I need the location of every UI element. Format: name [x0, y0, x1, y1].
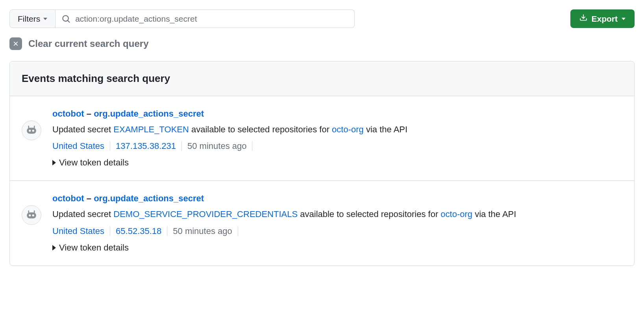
triangle-right-icon: [52, 245, 56, 251]
actor-link[interactable]: octobot: [52, 109, 84, 119]
desc-text: Updated secret: [52, 124, 113, 134]
ip-link[interactable]: 65.52.35.18: [116, 225, 161, 238]
title-separator: –: [84, 109, 94, 119]
export-label: Export: [591, 14, 618, 24]
search-icon: [62, 15, 70, 23]
desc-text: Updated secret: [52, 209, 113, 219]
clear-search-row: Clear current search query: [9, 37, 635, 50]
chevron-down-icon: [43, 18, 47, 20]
event-body: octobot – org.update_actions_secret Upda…: [52, 192, 622, 254]
meta-separator: [238, 226, 238, 236]
export-button[interactable]: Export: [570, 9, 635, 28]
event-meta: United States 65.52.35.18 50 minutes ago: [52, 225, 622, 238]
svg-point-6: [29, 215, 31, 217]
meta-separator: [167, 226, 167, 236]
event-title: octobot – org.update_actions_secret: [52, 107, 622, 121]
triangle-right-icon: [52, 160, 56, 165]
svg-point-1: [29, 130, 31, 132]
svg-rect-9: [34, 210, 35, 213]
close-icon: [12, 40, 19, 47]
view-token-details-toggle[interactable]: View token details: [52, 241, 622, 254]
filters-label: Filters: [18, 14, 40, 24]
action-link[interactable]: org.update_actions_secret: [94, 109, 204, 119]
event-body: octobot – org.update_actions_secret Upda…: [52, 107, 622, 169]
chevron-down-icon: [622, 18, 625, 20]
desc-text: available to selected repositories for: [189, 124, 332, 134]
spacer: [355, 9, 570, 28]
meta-separator: [110, 226, 110, 236]
event-description: Updated secret DEMO_SERVICE_PROVIDER_CRE…: [52, 208, 622, 221]
event-meta: United States 137.135.38.231 50 minutes …: [52, 139, 622, 153]
secret-link[interactable]: DEMO_SERVICE_PROVIDER_CREDENTIALS: [113, 209, 298, 219]
details-label: View token details: [59, 241, 129, 254]
event-row: octobot – org.update_actions_secret Upda…: [10, 181, 634, 265]
ip-link[interactable]: 137.135.38.231: [116, 139, 176, 153]
search-input[interactable]: [75, 14, 348, 24]
clear-search-button[interactable]: [9, 37, 22, 50]
clear-search-label[interactable]: Clear current search query: [28, 38, 148, 49]
avatar: [22, 205, 41, 225]
results-header: Events matching search query: [10, 61, 634, 96]
svg-rect-0: [27, 128, 36, 134]
octobot-avatar-icon: [25, 124, 38, 137]
secret-link[interactable]: EXAMPLE_TOKEN: [113, 124, 189, 134]
search-container: [56, 9, 355, 28]
avatar: [22, 121, 41, 140]
svg-rect-8: [28, 210, 30, 213]
action-link[interactable]: org.update_actions_secret: [94, 193, 204, 203]
location-link[interactable]: United States: [52, 225, 104, 238]
title-separator: –: [84, 193, 94, 203]
details-label: View token details: [59, 156, 129, 169]
octobot-avatar-icon: [25, 208, 38, 222]
svg-point-2: [32, 130, 34, 132]
svg-rect-3: [28, 126, 30, 128]
meta-separator: [181, 141, 182, 151]
event-description: Updated secret EXAMPLE_TOKEN available t…: [52, 123, 622, 136]
desc-text: available to selected repositories for: [298, 209, 440, 219]
svg-rect-4: [34, 126, 35, 128]
event-row: octobot – org.update_actions_secret Upda…: [10, 96, 634, 181]
desc-text: via the API: [364, 124, 407, 134]
download-icon: [579, 14, 587, 24]
view-token-details-toggle[interactable]: View token details: [52, 156, 622, 169]
filters-button[interactable]: Filters: [9, 9, 56, 28]
svg-point-7: [32, 215, 34, 217]
event-title: octobot – org.update_actions_secret: [52, 192, 622, 205]
meta-separator: [252, 141, 252, 151]
location-link[interactable]: United States: [52, 139, 104, 153]
desc-text: via the API: [472, 209, 516, 219]
results-panel: Events matching search query octobot – o…: [9, 61, 635, 266]
timestamp: 50 minutes ago: [173, 225, 232, 238]
org-link[interactable]: octo-org: [440, 209, 472, 219]
actor-link[interactable]: octobot: [52, 193, 84, 203]
org-link[interactable]: octo-org: [332, 124, 364, 134]
meta-separator: [110, 141, 110, 151]
svg-rect-5: [27, 213, 36, 219]
toolbar: Filters Export: [9, 9, 635, 28]
timestamp: 50 minutes ago: [187, 139, 246, 153]
